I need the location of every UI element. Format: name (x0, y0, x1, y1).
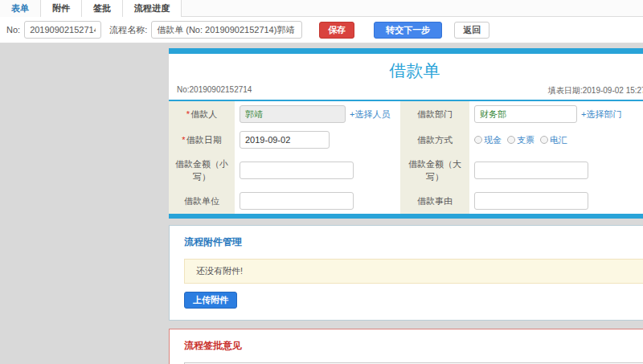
process-name-label: 流程名称: (109, 24, 147, 36)
form-bottom-accent-bar (169, 214, 643, 219)
loan-reason-label: 借款事由 (400, 188, 469, 214)
tab-bar: 表单 附件 签批 流程进度 (0, 0, 643, 17)
loan-unit-label: 借款单位 (169, 188, 235, 214)
loan-date-input[interactable] (240, 131, 330, 149)
amount-lower-input[interactable] (240, 162, 354, 179)
attachments-title: 流程附件管理 (184, 235, 643, 249)
radio-circle-icon[interactable] (474, 136, 482, 144)
borrower-field: +选择人员 (235, 101, 400, 127)
page: 表单 附件 签批 流程进度 No: 流程名称: 保存 转交下一步 返回 借款单 … (0, 0, 643, 364)
approval-panel: 流程签批意见 B I abc A (169, 329, 643, 364)
borrower-label: *借款人 (169, 101, 235, 127)
no-input[interactable] (24, 21, 101, 39)
loan-unit-field (235, 188, 400, 214)
form-meta-row: No:20190902152714 填表日期:2019-09-02 15:27:… (169, 85, 643, 101)
borrower-input[interactable] (240, 105, 346, 123)
required-asterisk: * (182, 135, 185, 145)
department-field: +选择部门 (469, 101, 643, 127)
process-name-input[interactable] (151, 21, 302, 39)
select-department-link[interactable]: +选择部门 (581, 108, 621, 121)
amount-lower-label: 借款金额（小写） (169, 153, 235, 188)
loan-reason-input[interactable] (474, 192, 588, 210)
back-button[interactable]: 返回 (454, 22, 489, 39)
save-button[interactable]: 保存 (319, 22, 354, 39)
department-label: 借款部门 (400, 101, 469, 127)
main-content: 借款单 No:20190902152714 填表日期:2019-09-02 15… (169, 48, 643, 364)
amount-upper-label: 借款金额（大写） (400, 153, 469, 188)
attachments-panel: 流程附件管理 还没有附件! 上传附件 (169, 225, 643, 321)
radio-check[interactable]: 支票 (507, 134, 534, 146)
action-toolbar: No: 流程名称: 保存 转交下一步 返回 (0, 17, 643, 43)
no-attachments-alert: 还没有附件! (184, 259, 643, 284)
department-input[interactable] (474, 105, 577, 123)
tab-form[interactable]: 表单 (0, 0, 41, 17)
required-asterisk: * (186, 109, 190, 119)
loan-date-field (235, 127, 400, 153)
radio-cash[interactable]: 现金 (474, 134, 502, 146)
loan-method-field: 现金 支票 电汇 (469, 127, 643, 153)
no-label: No: (6, 25, 20, 35)
loan-unit-input[interactable] (240, 192, 354, 210)
radio-circle-icon[interactable] (507, 136, 515, 144)
form-fill-date: 填表日期:2019-09-02 15:27:1 (548, 85, 643, 96)
loan-method-label: 借款方式 (400, 127, 469, 153)
radio-circle-icon[interactable] (540, 136, 548, 144)
tab-approval[interactable]: 签批 (82, 0, 123, 17)
amount-upper-input[interactable] (474, 162, 588, 179)
upload-attachment-button[interactable]: 上传附件 (184, 292, 237, 309)
form-top-accent-bar (169, 48, 643, 54)
loan-method-radio-group: 现金 支票 电汇 (474, 134, 567, 146)
amount-upper-field (469, 153, 643, 188)
approval-title: 流程签批意见 (184, 339, 643, 353)
radio-wire[interactable]: 电汇 (540, 134, 567, 146)
select-person-link[interactable]: +选择人员 (350, 108, 390, 121)
loan-date-label: *借款日期 (169, 127, 235, 153)
form-grid: *借款人 +选择人员 借款部门 +选择部门 *借款日期 借款 (169, 101, 643, 214)
loan-reason-field (469, 188, 643, 214)
tab-process-progress[interactable]: 流程进度 (123, 0, 182, 17)
amount-lower-field (235, 153, 400, 188)
form-title: 借款单 (169, 54, 643, 85)
form-doc-no: No:20190902152714 (177, 85, 252, 96)
loan-form-panel: 借款单 No:20190902152714 填表日期:2019-09-02 15… (169, 48, 643, 219)
tab-attachments[interactable]: 附件 (41, 0, 82, 17)
next-step-button[interactable]: 转交下一步 (374, 22, 442, 39)
